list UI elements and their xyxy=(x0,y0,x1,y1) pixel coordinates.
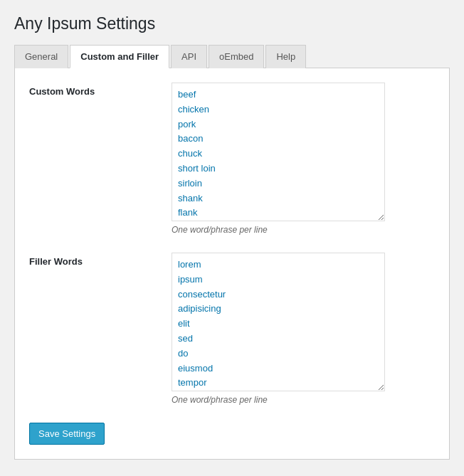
tab-oembed[interactable]: oEmbed xyxy=(209,45,264,68)
custom-words-row: Custom Words beef chicken pork bacon chu… xyxy=(29,83,435,235)
custom-words-input[interactable]: beef chicken pork bacon chuck short loin… xyxy=(172,83,385,221)
filler-words-row: Filler Words lorem ipsum consectetur adi… xyxy=(29,253,435,405)
custom-words-label: Custom Words xyxy=(29,83,172,97)
save-settings-button[interactable]: Save Settings xyxy=(29,423,105,445)
content-area: Custom Words beef chicken pork bacon chu… xyxy=(14,68,450,460)
custom-words-hint: One word/phrase per line xyxy=(172,225,435,235)
save-row: Save Settings xyxy=(29,423,435,445)
filler-words-hint: One word/phrase per line xyxy=(172,395,435,405)
tab-api[interactable]: API xyxy=(171,45,207,68)
page-title: Any Ipsum Settings xyxy=(14,14,450,33)
tab-help[interactable]: Help xyxy=(265,45,306,68)
tabs-nav: General Custom and Filler API oEmbed Hel… xyxy=(14,44,450,68)
filler-words-textarea-wrapper: lorem ipsum consectetur adipisicing elit… xyxy=(172,253,435,391)
tab-custom-and-filler[interactable]: Custom and Filler xyxy=(70,45,169,68)
tab-general[interactable]: General xyxy=(14,45,68,68)
filler-words-field: lorem ipsum consectetur adipisicing elit… xyxy=(172,253,435,405)
custom-words-textarea-wrapper: beef chicken pork bacon chuck short loin… xyxy=(172,83,435,221)
filler-words-input[interactable]: lorem ipsum consectetur adipisicing elit… xyxy=(172,253,385,391)
filler-words-label: Filler Words xyxy=(29,253,172,267)
custom-words-field: beef chicken pork bacon chuck short loin… xyxy=(172,83,435,235)
